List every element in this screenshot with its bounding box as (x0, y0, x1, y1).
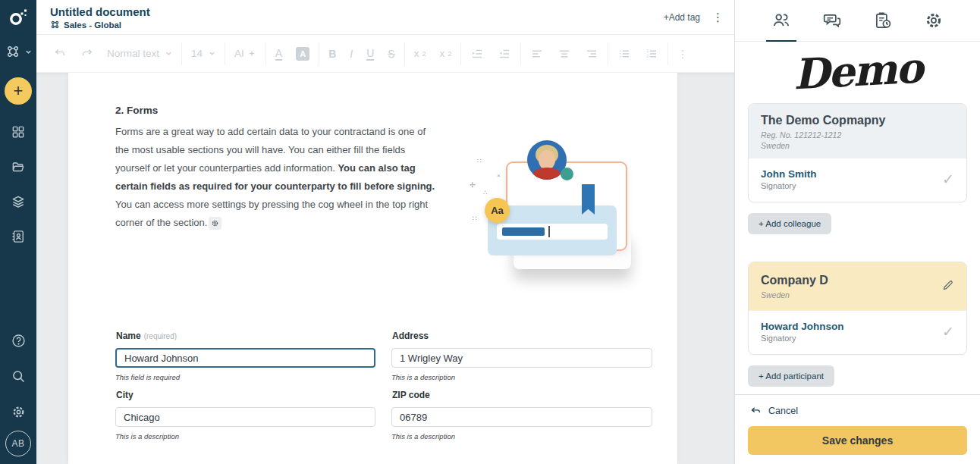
tab-settings[interactable] (919, 0, 949, 41)
sparkle-decoration: × (497, 172, 501, 179)
paragraph-text: You can access more settings by pressing… (115, 199, 428, 228)
tab-participants[interactable] (766, 0, 796, 41)
add-colleague-button[interactable]: + Add colleague (748, 213, 831, 234)
paragraph-style-select[interactable]: Normal text (100, 48, 179, 59)
participant-name: Howard Johnson (761, 321, 844, 332)
participants-panel: Demo The Demo Copmapny Reg. No. 121212-1… (734, 0, 980, 464)
oneflow-logo-icon (8, 8, 28, 27)
party-reg-no: Reg. No. 121212-1212 (761, 130, 954, 140)
party-header[interactable]: Company D Sweden (749, 262, 966, 310)
zip-input[interactable] (391, 407, 652, 427)
outdent-button[interactable] (491, 47, 518, 61)
documents-folder-icon[interactable] (11, 159, 26, 174)
party-header[interactable]: The Demo Copmapny Reg. No. 121212-1212 S… (749, 104, 966, 158)
text-color-button[interactable]: A (269, 47, 289, 61)
toolbar-more-button[interactable]: ⋮ (671, 48, 695, 60)
field-label: Name(required) (115, 331, 375, 341)
form-field-name: Name(required) This field is required (115, 331, 375, 381)
participant-row[interactable]: Howard Johnson Signatory ✓ (749, 310, 966, 354)
align-center-button[interactable] (551, 47, 578, 61)
city-input[interactable] (115, 407, 375, 427)
party-name: Company D (761, 274, 954, 287)
participant-role: Signatory (761, 334, 844, 343)
name-input[interactable] (115, 348, 375, 368)
contacts-book-icon[interactable] (11, 229, 26, 244)
header-actions: +Add tag ⋮ (664, 5, 724, 23)
help-icon[interactable] (11, 333, 27, 349)
check-icon: ✓ (942, 171, 954, 188)
participant-info: John Smith Signatory (761, 168, 817, 190)
document-canvas: 2. Forms Forms are a great way to add ce… (36, 73, 734, 464)
workspace-switcher[interactable] (5, 44, 32, 59)
undo-button[interactable] (47, 47, 74, 60)
highlight-color-button[interactable]: A (289, 47, 316, 61)
aa-badge: Aa (485, 198, 510, 223)
strikethrough-button[interactable]: S (381, 48, 401, 60)
italic-button[interactable]: I (343, 48, 360, 60)
participant-role: Signatory (761, 181, 817, 190)
tab-comments[interactable] (817, 0, 847, 41)
subscript-button[interactable]: x2 (432, 48, 458, 59)
svg-text:2: 2 (646, 54, 649, 58)
forms-illustration: ∷ ✢ ∴ × ∷ (466, 133, 686, 284)
left-sidebar: + AB (0, 0, 36, 464)
chevron-down-icon (165, 50, 172, 57)
panel-tabs (735, 0, 980, 42)
party-country: Sweden (761, 140, 954, 151)
user-avatar[interactable]: AB (5, 431, 31, 456)
tab-audit-trail[interactable] (868, 0, 898, 41)
formatting-toolbar: Normal text 14 AI A A B I U S x2 x2 (36, 35, 734, 73)
party-country: Sweden (761, 290, 954, 300)
field-description: This field is required (115, 373, 375, 381)
participant-row[interactable]: John Smith Signatory ✓ (749, 158, 966, 202)
section-settings-icon[interactable] (209, 217, 221, 230)
font-size-select[interactable]: 14 (184, 48, 222, 59)
svg-text:1: 1 (646, 48, 649, 52)
settings-gear-icon[interactable] (11, 404, 27, 420)
form-section: Name(required) This field is required Ad… (115, 331, 652, 449)
company-logo: Demo (746, 42, 968, 102)
add-participant-button[interactable]: + Add participant (748, 365, 834, 387)
workspace-label: Sales - Global (64, 20, 121, 30)
underline-button[interactable]: U (360, 47, 381, 61)
page-title[interactable]: Untitled document (50, 5, 150, 18)
spacer (748, 234, 967, 262)
workspace-icon (50, 20, 60, 30)
field-label: ZIP code (391, 390, 652, 400)
check-icon: ✓ (942, 323, 954, 340)
edit-pencil-icon[interactable] (941, 279, 954, 295)
cancel-label: Cancel (768, 406, 798, 416)
status-dot-shape (561, 168, 573, 180)
save-changes-button[interactable]: Save changes (748, 426, 967, 455)
align-right-button[interactable] (578, 47, 605, 61)
form-field-city: City This is a description (115, 390, 375, 440)
create-document-button[interactable]: + (5, 77, 32, 105)
workspace-breadcrumb[interactable]: Sales - Global (50, 20, 150, 30)
kebab-menu-icon[interactable]: ⋮ (712, 11, 724, 23)
bold-button[interactable]: B (322, 48, 343, 60)
panel-footer: Cancel Save changes (735, 394, 980, 464)
add-tag-button[interactable]: +Add tag (664, 12, 700, 23)
main-column: Untitled document Sales - Global +Add ta… (36, 0, 734, 464)
ai-assist-button[interactable]: AI (228, 48, 263, 59)
form-field-zip: ZIP code This is a description (391, 390, 652, 440)
numbered-list-button[interactable]: 12 (638, 47, 665, 61)
address-input[interactable] (391, 348, 652, 368)
superscript-button[interactable]: x2 (407, 48, 433, 59)
indent-button[interactable] (463, 47, 491, 61)
field-description: This is a description (391, 373, 652, 381)
filled-field-shape (502, 227, 545, 236)
dashboard-grid-icon[interactable] (11, 124, 26, 140)
redo-button[interactable] (74, 47, 100, 60)
section-title: 2. Forms (115, 105, 158, 116)
search-icon[interactable] (11, 368, 27, 384)
cancel-button[interactable]: Cancel (748, 405, 967, 416)
field-description: This is a description (115, 432, 375, 440)
sparkle-icon (247, 49, 256, 58)
chevron-down-icon (25, 49, 32, 55)
bullet-list-button[interactable] (611, 47, 638, 61)
section-paragraph[interactable]: Forms are a great way to add certain dat… (115, 123, 440, 232)
align-left-button[interactable] (523, 47, 551, 61)
undo-arrow-icon (750, 405, 762, 416)
templates-layers-icon[interactable] (11, 194, 26, 209)
